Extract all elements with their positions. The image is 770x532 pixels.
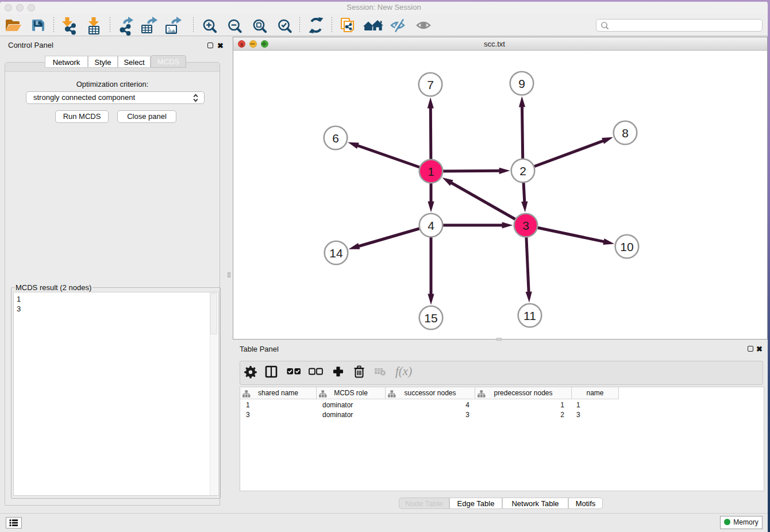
svg-text:10: 10: [620, 240, 633, 253]
svg-text:1: 1: [428, 165, 434, 178]
svg-text:2: 2: [519, 164, 526, 178]
svg-text:6: 6: [332, 132, 339, 145]
svg-text:4: 4: [428, 219, 434, 232]
svg-text:14: 14: [329, 246, 343, 260]
svg-text:9: 9: [518, 77, 525, 90]
svg-text:f(x): f(x): [395, 364, 412, 378]
svg-text:15: 15: [424, 311, 437, 325]
svg-text:11: 11: [523, 309, 536, 322]
svg-text:8: 8: [622, 126, 629, 140]
svg-text:7: 7: [427, 78, 434, 91]
svg-text:3: 3: [522, 219, 529, 232]
